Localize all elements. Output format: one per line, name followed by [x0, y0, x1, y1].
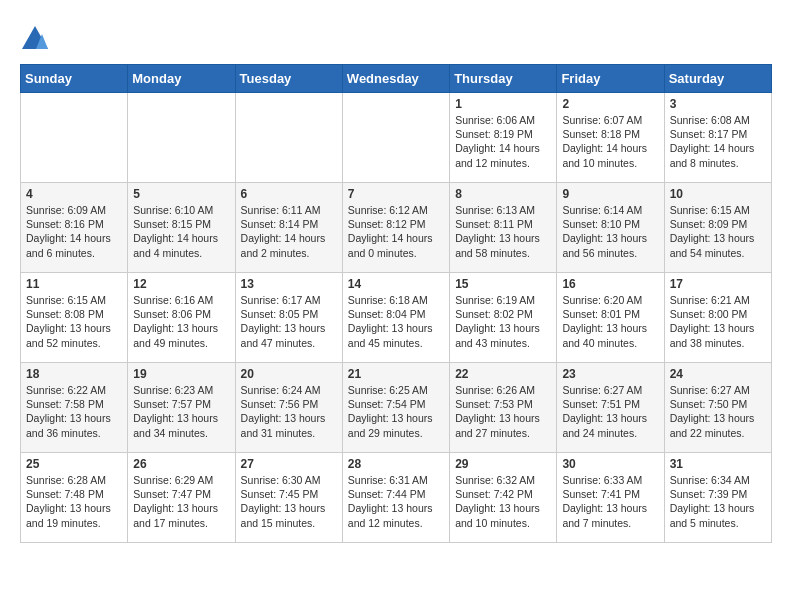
day-info: Sunset: 8:06 PM: [133, 307, 229, 321]
day-info: Sunrise: 6:10 AM: [133, 203, 229, 217]
day-info: Sunrise: 6:28 AM: [26, 473, 122, 487]
day-info: Daylight: 13 hours and 15 minutes.: [241, 501, 337, 529]
day-info: Sunrise: 6:11 AM: [241, 203, 337, 217]
day-info: Sunrise: 6:15 AM: [670, 203, 766, 217]
day-number: 8: [455, 187, 551, 201]
day-number: 10: [670, 187, 766, 201]
header-day-saturday: Saturday: [664, 65, 771, 93]
day-info: Daylight: 13 hours and 17 minutes.: [133, 501, 229, 529]
day-info: Sunrise: 6:06 AM: [455, 113, 551, 127]
day-number: 25: [26, 457, 122, 471]
header-day-tuesday: Tuesday: [235, 65, 342, 93]
day-info: Daylight: 13 hours and 27 minutes.: [455, 411, 551, 439]
day-info: Daylight: 13 hours and 52 minutes.: [26, 321, 122, 349]
day-cell: 23Sunrise: 6:27 AMSunset: 7:51 PMDayligh…: [557, 363, 664, 453]
day-info: Sunset: 7:39 PM: [670, 487, 766, 501]
day-info: Sunset: 7:53 PM: [455, 397, 551, 411]
day-cell: 17Sunrise: 6:21 AMSunset: 8:00 PMDayligh…: [664, 273, 771, 363]
day-info: Sunrise: 6:17 AM: [241, 293, 337, 307]
logo: [20, 24, 52, 54]
day-info: Sunset: 7:47 PM: [133, 487, 229, 501]
calendar-body: 1Sunrise: 6:06 AMSunset: 8:19 PMDaylight…: [21, 93, 772, 543]
day-info: Daylight: 13 hours and 58 minutes.: [455, 231, 551, 259]
day-number: 2: [562, 97, 658, 111]
day-info: Daylight: 13 hours and 56 minutes.: [562, 231, 658, 259]
day-cell: 8Sunrise: 6:13 AMSunset: 8:11 PMDaylight…: [450, 183, 557, 273]
day-info: Sunset: 7:56 PM: [241, 397, 337, 411]
day-number: 27: [241, 457, 337, 471]
day-info: Sunrise: 6:12 AM: [348, 203, 444, 217]
day-info: Sunrise: 6:15 AM: [26, 293, 122, 307]
day-cell: 5Sunrise: 6:10 AMSunset: 8:15 PMDaylight…: [128, 183, 235, 273]
day-info: Sunrise: 6:19 AM: [455, 293, 551, 307]
day-info: Sunrise: 6:20 AM: [562, 293, 658, 307]
day-number: 26: [133, 457, 229, 471]
day-info: Daylight: 13 hours and 47 minutes.: [241, 321, 337, 349]
day-cell: 11Sunrise: 6:15 AMSunset: 8:08 PMDayligh…: [21, 273, 128, 363]
day-cell: 25Sunrise: 6:28 AMSunset: 7:48 PMDayligh…: [21, 453, 128, 543]
day-cell: 27Sunrise: 6:30 AMSunset: 7:45 PMDayligh…: [235, 453, 342, 543]
day-info: Daylight: 13 hours and 7 minutes.: [562, 501, 658, 529]
day-info: Sunset: 7:41 PM: [562, 487, 658, 501]
day-info: Sunrise: 6:24 AM: [241, 383, 337, 397]
day-info: Sunrise: 6:25 AM: [348, 383, 444, 397]
day-info: Sunrise: 6:31 AM: [348, 473, 444, 487]
week-row-4: 18Sunrise: 6:22 AMSunset: 7:58 PMDayligh…: [21, 363, 772, 453]
day-number: 30: [562, 457, 658, 471]
day-number: 28: [348, 457, 444, 471]
day-info: Sunrise: 6:27 AM: [670, 383, 766, 397]
day-cell: 30Sunrise: 6:33 AMSunset: 7:41 PMDayligh…: [557, 453, 664, 543]
day-number: 29: [455, 457, 551, 471]
day-info: Sunset: 8:11 PM: [455, 217, 551, 231]
day-info: Sunrise: 6:09 AM: [26, 203, 122, 217]
day-cell: 26Sunrise: 6:29 AMSunset: 7:47 PMDayligh…: [128, 453, 235, 543]
day-info: Sunset: 8:18 PM: [562, 127, 658, 141]
day-number: 7: [348, 187, 444, 201]
day-number: 20: [241, 367, 337, 381]
day-number: 6: [241, 187, 337, 201]
day-cell: 18Sunrise: 6:22 AMSunset: 7:58 PMDayligh…: [21, 363, 128, 453]
day-cell: 21Sunrise: 6:25 AMSunset: 7:54 PMDayligh…: [342, 363, 449, 453]
day-info: Sunset: 8:17 PM: [670, 127, 766, 141]
day-info: Daylight: 14 hours and 0 minutes.: [348, 231, 444, 259]
week-row-5: 25Sunrise: 6:28 AMSunset: 7:48 PMDayligh…: [21, 453, 772, 543]
day-info: Sunrise: 6:16 AM: [133, 293, 229, 307]
day-info: Sunrise: 6:13 AM: [455, 203, 551, 217]
day-info: Sunrise: 6:08 AM: [670, 113, 766, 127]
day-cell: 19Sunrise: 6:23 AMSunset: 7:57 PMDayligh…: [128, 363, 235, 453]
day-cell: 9Sunrise: 6:14 AMSunset: 8:10 PMDaylight…: [557, 183, 664, 273]
day-info: Daylight: 13 hours and 43 minutes.: [455, 321, 551, 349]
day-info: Daylight: 13 hours and 5 minutes.: [670, 501, 766, 529]
day-number: 16: [562, 277, 658, 291]
day-number: 4: [26, 187, 122, 201]
day-info: Daylight: 13 hours and 12 minutes.: [348, 501, 444, 529]
day-number: 24: [670, 367, 766, 381]
day-info: Sunset: 7:48 PM: [26, 487, 122, 501]
day-cell: 14Sunrise: 6:18 AMSunset: 8:04 PMDayligh…: [342, 273, 449, 363]
day-number: 12: [133, 277, 229, 291]
day-cell: 22Sunrise: 6:26 AMSunset: 7:53 PMDayligh…: [450, 363, 557, 453]
day-info: Sunset: 8:14 PM: [241, 217, 337, 231]
day-info: Sunrise: 6:23 AM: [133, 383, 229, 397]
day-number: 5: [133, 187, 229, 201]
day-info: Daylight: 13 hours and 34 minutes.: [133, 411, 229, 439]
day-info: Sunrise: 6:30 AM: [241, 473, 337, 487]
day-cell: 10Sunrise: 6:15 AMSunset: 8:09 PMDayligh…: [664, 183, 771, 273]
day-number: 21: [348, 367, 444, 381]
day-cell: 20Sunrise: 6:24 AMSunset: 7:56 PMDayligh…: [235, 363, 342, 453]
day-number: 9: [562, 187, 658, 201]
day-cell: 15Sunrise: 6:19 AMSunset: 8:02 PMDayligh…: [450, 273, 557, 363]
day-info: Sunrise: 6:26 AM: [455, 383, 551, 397]
day-number: 3: [670, 97, 766, 111]
day-number: 11: [26, 277, 122, 291]
day-number: 18: [26, 367, 122, 381]
day-info: Daylight: 13 hours and 10 minutes.: [455, 501, 551, 529]
header-day-wednesday: Wednesday: [342, 65, 449, 93]
day-number: 17: [670, 277, 766, 291]
day-info: Sunset: 7:50 PM: [670, 397, 766, 411]
day-info: Sunset: 8:15 PM: [133, 217, 229, 231]
day-info: Daylight: 13 hours and 54 minutes.: [670, 231, 766, 259]
day-info: Sunrise: 6:27 AM: [562, 383, 658, 397]
day-info: Daylight: 14 hours and 10 minutes.: [562, 141, 658, 169]
day-cell: 4Sunrise: 6:09 AMSunset: 8:16 PMDaylight…: [21, 183, 128, 273]
